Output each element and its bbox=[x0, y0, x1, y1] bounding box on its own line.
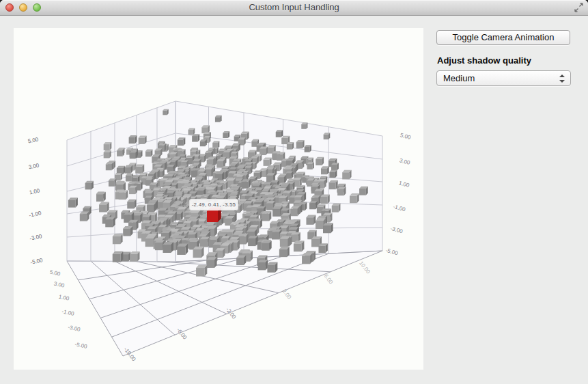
svg-text:5.00: 5.00 bbox=[49, 269, 61, 277]
fullscreen-button[interactable] bbox=[574, 3, 584, 12]
svg-text:5.00: 5.00 bbox=[27, 136, 40, 144]
svg-text:-1.00: -1.00 bbox=[61, 308, 75, 317]
window-title: Custom Input Handling bbox=[0, 0, 588, 15]
selection-tooltip: -2.49, 0.41, -3.55 bbox=[189, 199, 238, 210]
svg-text:3.00: 3.00 bbox=[399, 157, 411, 166]
svg-text:-5.00: -5.00 bbox=[385, 247, 399, 257]
shadow-quality-select[interactable]: Medium bbox=[436, 70, 571, 86]
svg-text:1.00: 1.00 bbox=[29, 187, 41, 195]
svg-text:-1.00: -1.00 bbox=[393, 204, 406, 213]
title-bar: Custom Input Handling bbox=[0, 0, 588, 16]
svg-text:-3.00: -3.00 bbox=[390, 225, 404, 235]
svg-text:6.00: 6.00 bbox=[323, 273, 335, 286]
app-window: Custom Input Handling 5.005.005.00-10.00… bbox=[0, 0, 588, 384]
scatter-graph-view[interactable]: 5.005.005.00-10.003.003.003.00-6.001.001… bbox=[14, 28, 423, 370]
shadow-quality-value: Medium bbox=[443, 73, 475, 83]
fullscreen-arrows-icon bbox=[574, 3, 584, 12]
svg-text:-3.00: -3.00 bbox=[29, 233, 43, 242]
svg-text:2.00: 2.00 bbox=[281, 288, 293, 301]
svg-text:5.00: 5.00 bbox=[400, 132, 412, 141]
shadow-quality-label: Adjust shadow quality bbox=[437, 55, 531, 66]
svg-text:-1.00: -1.00 bbox=[29, 210, 42, 219]
svg-text:1.00: 1.00 bbox=[58, 294, 70, 302]
svg-text:-5.00: -5.00 bbox=[30, 257, 44, 266]
svg-text:10.00: 10.00 bbox=[358, 260, 372, 275]
svg-text:-3.00: -3.00 bbox=[68, 324, 81, 333]
svg-text:3.00: 3.00 bbox=[28, 162, 40, 170]
svg-text:1.00: 1.00 bbox=[398, 180, 410, 189]
toggle-camera-animation-button[interactable]: Toggle Camera Animation bbox=[436, 30, 570, 45]
svg-text:-5.00: -5.00 bbox=[74, 341, 88, 350]
svg-text:3.00: 3.00 bbox=[53, 281, 66, 289]
updown-arrows-icon bbox=[559, 74, 565, 83]
